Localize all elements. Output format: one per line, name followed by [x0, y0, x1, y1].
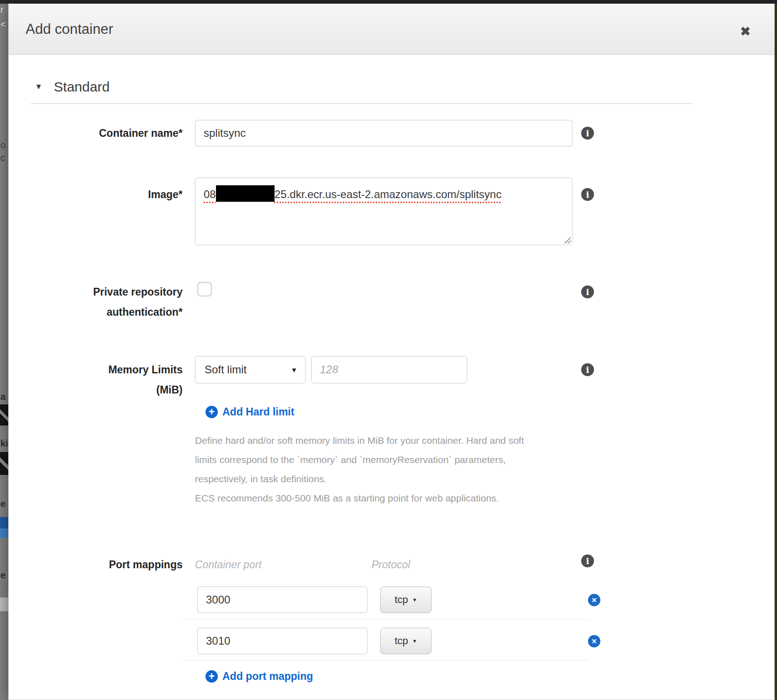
image-textarea[interactable]: 0825.dkr.ecr.us-east-2.amazonaws.com/spl… [195, 178, 572, 245]
background-right-edge [775, 4, 777, 700]
plus-icon: + [205, 406, 218, 418]
dialog-header: Add container ✖ [9, 4, 774, 55]
protocol-column-header: Protocol [372, 555, 410, 575]
backdrop-text-fragment: ki [0, 438, 8, 449]
memory-limit-type-select[interactable]: Soft limit ▼ [195, 356, 306, 383]
info-icon[interactable]: i [581, 188, 594, 201]
container-name-label: Container name* [18, 123, 183, 143]
protocol-value: tcp [394, 594, 408, 606]
backdrop-text-fragment: c [0, 153, 8, 163]
backdrop-text-fragment: e [0, 570, 8, 581]
backdrop-text-fragment: < [0, 19, 8, 30]
backdrop-light-block [0, 598, 8, 611]
private-repo-label: Private repository authentication* [18, 282, 183, 322]
remove-port-icon[interactable]: ✕ [588, 594, 600, 606]
info-icon[interactable]: i [581, 127, 594, 140]
section-title: Standard [54, 79, 110, 95]
chevron-down-icon: ▼ [291, 366, 297, 374]
remove-port-icon[interactable]: ✕ [588, 635, 600, 647]
container-name-input[interactable] [195, 120, 572, 146]
row-divider [181, 619, 588, 619]
section-divider [31, 103, 693, 104]
image-value: 0825.dkr.ecr.us-east-2.amazonaws.com/spl… [204, 188, 502, 200]
info-icon[interactable]: i [581, 363, 594, 376]
protocol-select[interactable]: tcp ▼ [380, 628, 432, 654]
container-port-input[interactable] [197, 587, 367, 613]
protocol-value: tcp [394, 635, 408, 647]
add-port-mapping-link[interactable]: + Add port mapping [205, 667, 313, 685]
resize-handle-icon[interactable] [564, 237, 571, 243]
image-label: Image* [18, 184, 183, 205]
container-port-column-header: Container port [195, 555, 262, 575]
memory-value-input[interactable] [311, 356, 467, 383]
section-standard-header[interactable]: ▼ Standard [35, 77, 110, 97]
backdrop-logo-block [0, 452, 8, 475]
backdrop-text-fragment: e [0, 499, 8, 509]
plus-icon: + [205, 670, 218, 683]
memory-limit-type-value: Soft limit [205, 363, 247, 376]
backdrop-logo-block [0, 404, 8, 425]
backdrop-blue-block [0, 517, 8, 538]
redaction-box [216, 185, 275, 202]
screen: r < o c a ki e e Add container ✖ ▼ Stand… [0, 0, 777, 700]
info-icon[interactable]: i [581, 555, 594, 567]
port-mappings-label: Port mappings [18, 555, 183, 575]
memory-limits-label: Memory Limits (MiB) [18, 360, 183, 400]
add-hard-limit-link[interactable]: + Add Hard limit [205, 403, 294, 421]
row-divider [181, 660, 588, 661]
protocol-select[interactable]: tcp ▼ [380, 587, 432, 613]
page-title: Add container [26, 21, 113, 38]
backdrop-text-fragment: r [0, 5, 8, 15]
private-repo-checkbox[interactable] [197, 282, 212, 296]
add-container-dialog: Add container ✖ ▼ Standard Container nam… [8, 4, 775, 700]
backdrop-text-fragment: a [0, 392, 8, 402]
close-icon[interactable]: ✖ [740, 26, 750, 38]
chevron-down-icon: ▼ [412, 638, 417, 644]
chevron-down-icon[interactable]: ▼ [35, 82, 43, 92]
container-port-input[interactable] [197, 628, 367, 654]
backdrop-text-fragment: o [0, 140, 8, 151]
info-icon[interactable]: i [581, 285, 594, 298]
background-topbar [0, 0, 777, 4]
memory-help-text: Define hard and/or soft memory limits in… [195, 431, 566, 508]
chevron-down-icon: ▼ [412, 597, 417, 603]
